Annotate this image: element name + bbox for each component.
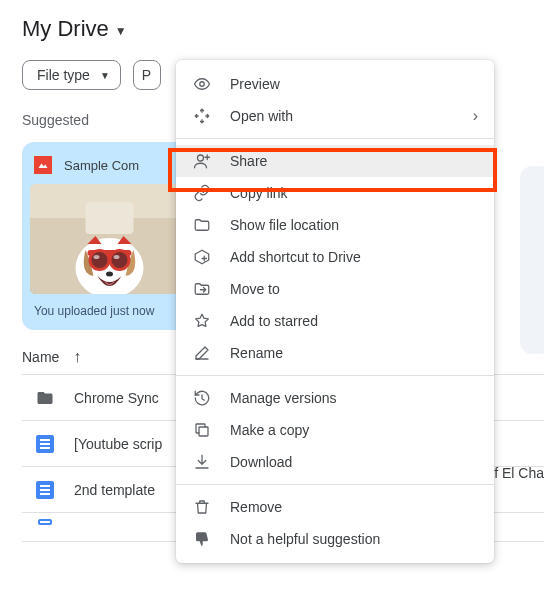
svg-point-11 — [106, 272, 113, 277]
folder-icon — [34, 389, 56, 407]
link-icon — [192, 184, 212, 202]
copy-icon — [192, 421, 212, 439]
menu-label: Share — [230, 153, 267, 169]
menu-label: Show file location — [230, 217, 339, 233]
menu-label: Rename — [230, 345, 283, 361]
eye-icon — [192, 75, 212, 93]
menu-item-make-copy[interactable]: Make a copy — [176, 414, 494, 446]
menu-label: Add to starred — [230, 313, 318, 329]
svg-point-7 — [92, 252, 108, 268]
menu-label: Remove — [230, 499, 282, 515]
location-dropdown[interactable]: My Drive ▼ — [22, 16, 544, 42]
image-icon — [34, 156, 52, 174]
svg-rect-2 — [86, 202, 134, 234]
menu-separator — [176, 484, 494, 485]
svg-point-13 — [198, 155, 204, 161]
name-column-header: Name — [22, 349, 59, 365]
chevron-down-icon: ▼ — [100, 70, 110, 81]
open-with-icon — [192, 107, 212, 125]
folder-outline-icon — [192, 216, 212, 234]
docs-icon — [34, 435, 56, 453]
caret-down-icon: ▼ — [115, 24, 127, 38]
pencil-icon — [192, 344, 212, 362]
menu-item-show-location[interactable]: Show file location — [176, 209, 494, 241]
menu-item-not-helpful[interactable]: Not a helpful suggestion — [176, 523, 494, 555]
menu-item-open-with[interactable]: Open with › — [176, 100, 494, 132]
menu-label: Open with — [230, 108, 293, 124]
second-chip[interactable]: P — [133, 60, 161, 90]
page-title: My Drive — [22, 16, 109, 42]
svg-point-9 — [94, 255, 100, 259]
svg-point-12 — [200, 82, 205, 87]
menu-label: Add shortcut to Drive — [230, 249, 361, 265]
menu-item-rename[interactable]: Rename — [176, 337, 494, 369]
shortcut-icon — [192, 248, 212, 266]
menu-label: Move to — [230, 281, 280, 297]
menu-label: Preview — [230, 76, 280, 92]
person-add-icon — [192, 152, 212, 170]
card-thumbnail — [30, 184, 189, 294]
menu-item-add-shortcut[interactable]: Add shortcut to Drive — [176, 241, 494, 273]
menu-label: Download — [230, 454, 292, 470]
sort-arrow-up-icon: ↑ — [73, 348, 81, 366]
row-label: [Youtube scrip — [74, 436, 162, 452]
menu-label: Manage versions — [230, 390, 337, 406]
menu-item-copy-link[interactable]: Copy link — [176, 177, 494, 209]
svg-rect-14 — [199, 427, 208, 436]
row-label: Chrome Sync — [74, 390, 159, 406]
chip-label: P — [142, 67, 151, 83]
menu-item-move-to[interactable]: Move to — [176, 273, 494, 305]
menu-item-add-starred[interactable]: Add to starred — [176, 305, 494, 337]
card-footer: You uploaded just now — [22, 294, 197, 330]
docs-icon — [34, 519, 56, 525]
menu-item-preview[interactable]: Preview — [176, 68, 494, 100]
star-icon — [192, 312, 212, 330]
svg-point-8 — [112, 252, 128, 268]
download-icon — [192, 453, 212, 471]
docs-icon — [34, 481, 56, 499]
menu-item-manage-versions[interactable]: Manage versions — [176, 382, 494, 414]
menu-separator — [176, 375, 494, 376]
menu-label: Copy link — [230, 185, 288, 201]
suggested-card[interactable]: Sample Com — [22, 142, 197, 330]
card-header: Sample Com — [22, 142, 197, 184]
move-icon — [192, 280, 212, 298]
menu-label: Not a helpful suggestion — [230, 531, 380, 547]
menu-item-download[interactable]: Download — [176, 446, 494, 478]
chip-label: File type — [37, 67, 90, 83]
svg-point-10 — [114, 255, 120, 259]
thumb-down-icon — [192, 530, 212, 548]
history-icon — [192, 389, 212, 407]
file-type-chip[interactable]: File type ▼ — [22, 60, 121, 90]
trash-icon — [192, 498, 212, 516]
menu-item-share[interactable]: Share — [176, 145, 494, 177]
adjacent-card[interactable] — [520, 166, 544, 354]
row-label: 2nd template — [74, 482, 155, 498]
context-menu: Preview Open with › Share Copy link Show… — [176, 60, 494, 563]
menu-separator — [176, 138, 494, 139]
card-title: Sample Com — [64, 158, 139, 173]
chevron-right-icon: › — [473, 107, 478, 125]
menu-label: Make a copy — [230, 422, 309, 438]
menu-item-remove[interactable]: Remove — [176, 491, 494, 523]
